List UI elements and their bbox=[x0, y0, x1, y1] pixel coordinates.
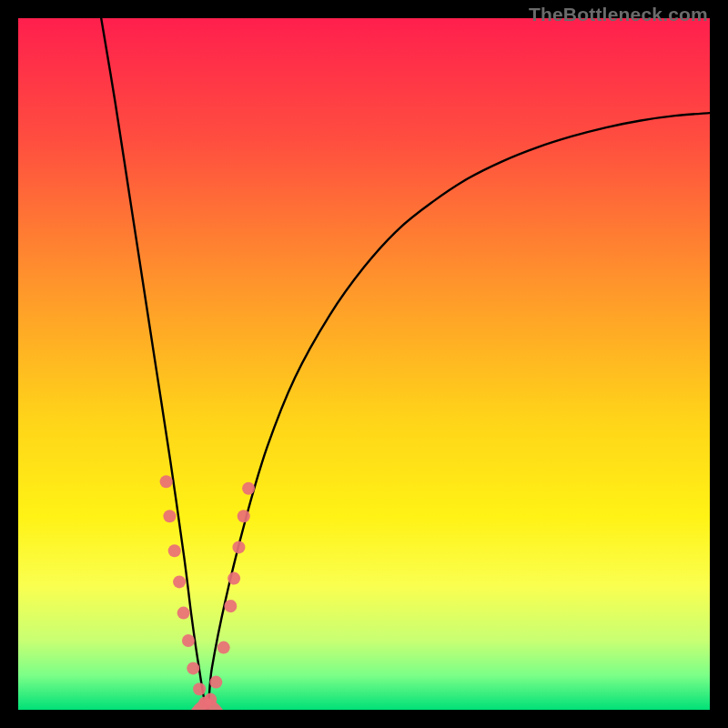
marker-dot bbox=[187, 662, 199, 674]
marker-dot bbox=[173, 575, 186, 588]
marker-dot bbox=[232, 541, 245, 553]
marker-dot bbox=[193, 682, 206, 695]
marker-dot bbox=[168, 544, 181, 557]
watermark-text: TheBottleneck.com bbox=[529, 4, 708, 25]
marker-dot bbox=[204, 693, 217, 706]
plot-area bbox=[18, 18, 710, 710]
marker-dot bbox=[228, 572, 240, 585]
marker-dot bbox=[160, 475, 173, 488]
marker-dot bbox=[242, 482, 255, 495]
marker-dot bbox=[224, 600, 237, 612]
chart-svg bbox=[18, 18, 710, 710]
marker-dot bbox=[209, 676, 222, 689]
outer-frame: TheBottleneck.com bbox=[0, 0, 728, 728]
marker-dot bbox=[182, 634, 195, 647]
marker-dot bbox=[217, 642, 230, 654]
marker-dot bbox=[177, 607, 190, 620]
marker-dot bbox=[238, 510, 250, 522]
marker-dot bbox=[163, 510, 176, 522]
gradient-background bbox=[18, 18, 710, 710]
